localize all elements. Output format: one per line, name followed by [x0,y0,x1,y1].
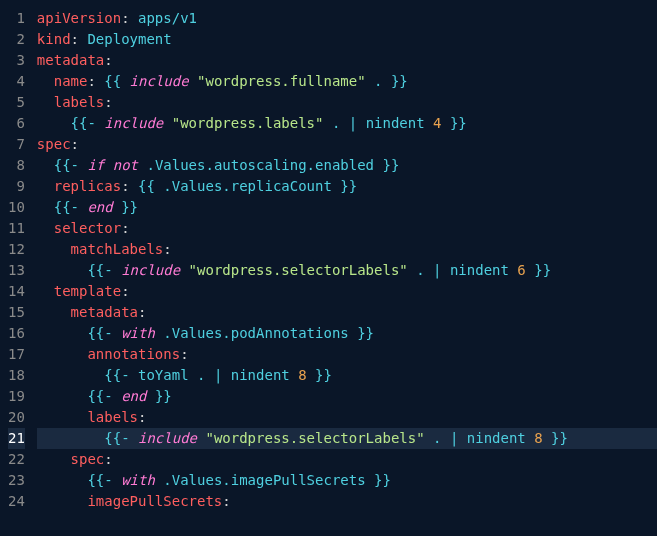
code-token: apps/v1 [138,10,197,26]
code-token: spec [71,451,105,467]
code-token: : [71,136,79,152]
code-line[interactable]: {{- end }} [37,197,657,218]
line-number: 9 [8,176,25,197]
line-number: 19 [8,386,25,407]
code-token: }} [366,472,391,488]
code-token: with [121,472,155,488]
code-line[interactable]: {{- with .Values.podAnnotations }} [37,323,657,344]
code-token: nindent [467,430,534,446]
code-token: {{- [87,472,121,488]
code-line[interactable]: labels: [37,92,657,113]
code-line[interactable]: template: [37,281,657,302]
code-token: . [366,73,391,89]
line-number: 11 [8,218,25,239]
code-line[interactable]: labels: [37,407,657,428]
code-line[interactable]: replicas: {{ .Values.replicaCount }} [37,176,657,197]
line-number: 20 [8,407,25,428]
line-number: 16 [8,323,25,344]
code-token: nindent [366,115,433,131]
code-token: replicas [54,178,121,194]
code-token: kind [37,31,71,47]
code-token [37,94,54,110]
code-token: selector [54,220,121,236]
code-token: .Values.podAnnotations [163,325,348,341]
code-line[interactable]: imagePullSecrets: [37,491,657,512]
code-token: Deployment [87,31,171,47]
code-token: : [121,220,129,236]
code-line[interactable]: selector: [37,218,657,239]
code-token: 8 [298,367,306,383]
code-token [37,73,54,89]
code-token: }} [349,325,374,341]
code-token: "wordpress.selectorLabels" [189,262,408,278]
code-line[interactable]: spec: [37,134,657,155]
code-line[interactable]: {{- end }} [37,386,657,407]
code-line[interactable]: kind: Deployment [37,29,657,50]
code-line[interactable]: metadata: [37,50,657,71]
code-token [37,367,104,383]
code-token [180,262,188,278]
code-token: : [138,409,146,425]
code-token: }} [146,388,171,404]
code-token [37,199,54,215]
code-content[interactable]: apiVersion: apps/v1kind: Deploymentmetad… [37,8,657,512]
line-number: 6 [8,113,25,134]
line-number: 1 [8,8,25,29]
code-token: "wordpress.labels" [172,115,324,131]
code-token [37,115,71,131]
code-token: metadata [37,52,104,68]
code-line[interactable]: {{- toYaml . | nindent 8 }} [37,365,657,386]
code-token: include [130,73,189,89]
code-token: : [104,451,112,467]
code-line[interactable]: {{- with .Values.imagePullSecrets }} [37,470,657,491]
code-token [37,388,88,404]
code-token: : [71,31,88,47]
code-token [189,73,197,89]
code-token [163,115,171,131]
code-token: {{ [138,178,163,194]
code-line[interactable]: name: {{ include "wordpress.fullname" . … [37,71,657,92]
code-editor[interactable]: 123456789101112131415161718192021222324 … [0,0,657,520]
code-line[interactable]: metadata: [37,302,657,323]
line-number: 12 [8,239,25,260]
code-line[interactable]: {{- if not .Values.autoscaling.enabled }… [37,155,657,176]
code-token: {{- [87,388,121,404]
code-token [37,283,54,299]
code-token: annotations [87,346,180,362]
code-line[interactable]: {{- include "wordpress.selectorLabels" .… [37,260,657,281]
line-number: 24 [8,491,25,512]
code-token: toYaml . [138,367,214,383]
code-token: template [54,283,121,299]
code-token: }} [442,115,467,131]
code-token: end [121,388,146,404]
code-token: labels [87,409,138,425]
line-number: 21 [8,428,25,449]
code-token: }} [543,430,568,446]
line-number: 23 [8,470,25,491]
code-token: : [121,178,138,194]
code-token [37,178,54,194]
line-number: 10 [8,197,25,218]
code-line[interactable]: annotations: [37,344,657,365]
code-token [37,304,71,320]
code-token: }} [526,262,551,278]
code-token: end [87,199,112,215]
code-token: spec [37,136,71,152]
code-line[interactable]: {{- include "wordpress.selectorLabels" .… [37,428,657,449]
line-number: 2 [8,29,25,50]
code-token: include [121,262,180,278]
code-line[interactable]: {{- include "wordpress.labels" . | ninde… [37,113,657,134]
code-token [37,451,71,467]
code-line[interactable]: spec: [37,449,657,470]
code-line[interactable]: matchLabels: [37,239,657,260]
code-token: .Values.autoscaling.enabled [146,157,374,173]
code-token: {{- [54,157,88,173]
code-token: {{- [87,262,121,278]
code-token: include [138,430,197,446]
line-number: 15 [8,302,25,323]
code-token: 6 [517,262,525,278]
code-token: .Values.replicaCount [163,178,332,194]
code-line[interactable]: apiVersion: apps/v1 [37,8,657,29]
code-token: : [121,10,138,26]
code-token [37,472,88,488]
